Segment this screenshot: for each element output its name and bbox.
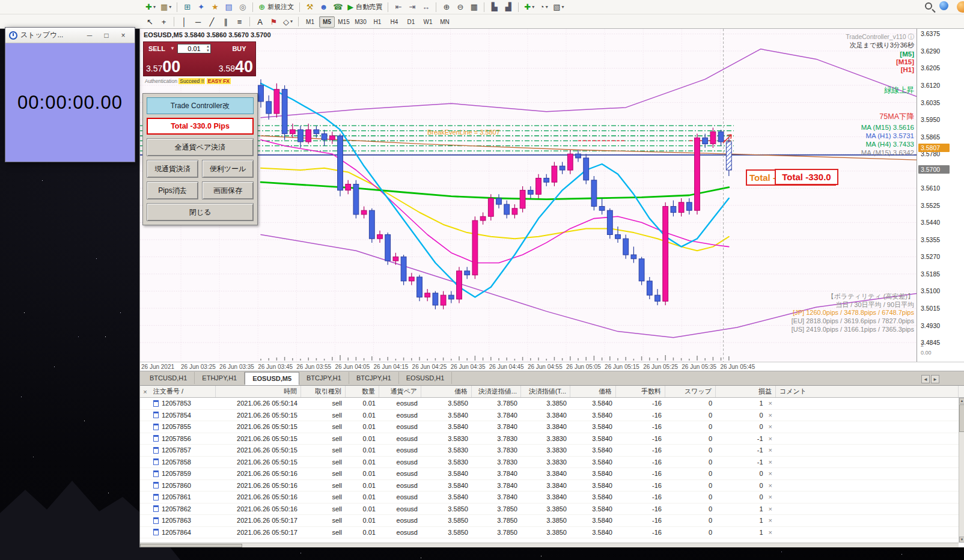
- zoom-out-icon[interactable]: ⊖: [454, 1, 466, 13]
- order-row[interactable]: 120578612021.06.26 05:50:16sell0.01eosus…: [140, 492, 959, 504]
- close-order-icon[interactable]: ×: [769, 412, 772, 419]
- scroll-down-icon[interactable]: ▼: [959, 537, 964, 543]
- order-row[interactable]: 120578552021.06.26 05:50:15sell0.01eosus…: [140, 421, 959, 433]
- arrange-desc-icon[interactable]: ▟: [502, 1, 514, 13]
- terminal-column-header[interactable]: 通貨ペア: [379, 386, 421, 397]
- time-axis[interactable]: 26 Jun 202126 Jun 03:2526 Jun 03:3526 Ju…: [140, 362, 964, 371]
- sell-price-main[interactable]: 3.57: [146, 64, 162, 75]
- timeframe-mn[interactable]: MN: [437, 16, 453, 28]
- tabs-scroll-right-icon[interactable]: ►: [931, 375, 939, 383]
- close-order-icon[interactable]: ×: [769, 482, 772, 489]
- minimize-button[interactable]: ─: [82, 29, 97, 41]
- chart-tab[interactable]: BTCJPY,H1: [299, 372, 349, 384]
- close-order-icon[interactable]: ×: [769, 435, 772, 442]
- periods-icon[interactable]: ◔▾: [537, 1, 550, 13]
- close-all-pairs-button[interactable]: 全通貨ペア決済: [147, 138, 254, 156]
- chart-tab[interactable]: BTCUSD,H1: [142, 372, 195, 384]
- chevron-down-icon[interactable]: ▾: [290, 19, 293, 24]
- horizontal-line-icon[interactable]: ─: [192, 16, 204, 28]
- cursor-icon[interactable]: ↖: [144, 16, 156, 28]
- order-row[interactable]: 120578562021.06.26 05:50:15sell0.01eosus…: [140, 433, 959, 445]
- order-row[interactable]: 120578622021.06.26 05:50:16sell0.01eosus…: [140, 504, 959, 516]
- indicators-icon[interactable]: ✚▾: [522, 1, 536, 13]
- favorites-icon[interactable]: ★: [209, 1, 221, 13]
- close-order-icon[interactable]: ×: [769, 517, 772, 524]
- chevron-down-icon[interactable]: ▼: [170, 46, 177, 51]
- close-order-icon[interactable]: ×: [769, 446, 772, 454]
- close-order-icon[interactable]: ×: [769, 493, 772, 501]
- search-icon[interactable]: [925, 2, 932, 10]
- utility-tools-button[interactable]: 便利ツール: [202, 160, 254, 178]
- terminal-column-header[interactable]: 時間: [216, 386, 301, 397]
- chevron-down-icon[interactable]: ▾: [546, 5, 548, 10]
- fibonacci-icon[interactable]: ≡: [233, 16, 246, 28]
- timeframe-m30[interactable]: M30: [353, 16, 368, 28]
- order-row[interactable]: 120578592021.06.26 05:50:16sell0.01eosus…: [140, 468, 959, 480]
- experts-icon[interactable]: ☻: [317, 1, 330, 13]
- price-axis[interactable]: 3.63753.62903.62053.61203.60353.59503.58…: [917, 29, 964, 362]
- close-current-pair-button[interactable]: 現通貨決済: [147, 160, 198, 178]
- chevron-down-icon[interactable]: ▾: [532, 5, 534, 10]
- scrollbar-thumb[interactable]: [959, 404, 964, 432]
- close-order-icon[interactable]: ×: [769, 505, 772, 513]
- market-watch-icon[interactable]: ⊞: [181, 1, 194, 13]
- hscrollbar-thumb[interactable]: [140, 544, 242, 547]
- profiles-icon[interactable]: ▦▾: [159, 1, 173, 13]
- chart-tab[interactable]: ETHJPY,H1: [195, 372, 245, 384]
- chevron-down-icon[interactable]: ▾: [169, 5, 171, 10]
- close-order-icon[interactable]: ×: [769, 529, 772, 536]
- chevron-down-icon[interactable]: ▾: [153, 5, 156, 10]
- terminal-column-header[interactable]: スワップ: [665, 386, 716, 397]
- chart-tab[interactable]: BTCJPY,H1: [349, 372, 399, 384]
- close-button[interactable]: ×: [115, 29, 131, 41]
- chart-shift-icon[interactable]: ⇤: [392, 1, 404, 13]
- trendline-icon[interactable]: ╱: [206, 16, 218, 28]
- alerts-icon[interactable]: ☎: [331, 1, 344, 13]
- maximize-button[interactable]: □: [99, 29, 114, 41]
- timeframe-m1[interactable]: M1: [302, 16, 318, 28]
- save-screen-button[interactable]: 画面保存: [202, 181, 254, 199]
- terminal-column-header[interactable]: 注文番号 /: [150, 386, 216, 397]
- navigator-icon[interactable]: ✦: [195, 1, 207, 13]
- help-sphere-icon[interactable]: [939, 1, 948, 10]
- scroll-up-icon[interactable]: ▲: [959, 398, 964, 404]
- order-row[interactable]: 120578602021.06.26 05:50:16sell0.01eosus…: [140, 480, 959, 492]
- arrange-asc-icon[interactable]: ▙: [488, 1, 501, 13]
- timeframe-h4[interactable]: H4: [386, 16, 402, 28]
- terminal-column-header[interactable]: 決済指値(T...: [521, 386, 570, 397]
- terminal-column-header[interactable]: 決済逆指値...: [472, 386, 521, 397]
- find-symbol-icon[interactable]: ◎: [236, 1, 249, 13]
- data-window-icon[interactable]: ▤: [222, 1, 235, 13]
- new-chart-icon[interactable]: ✚▾: [144, 1, 157, 13]
- terminal-vertical-scrollbar[interactable]: ▲ ▼: [959, 398, 964, 543]
- shapes-icon[interactable]: ◇▾: [281, 16, 294, 28]
- timeframe-m15[interactable]: M15: [336, 16, 352, 28]
- close-order-icon[interactable]: ×: [769, 470, 772, 477]
- chart-autoscroll-icon[interactable]: ⇥: [406, 1, 418, 13]
- terminal-column-header[interactable]: 手数料: [616, 386, 665, 397]
- chart-offset-icon[interactable]: ↔: [419, 1, 432, 13]
- terminal-column-header[interactable]: 価格: [570, 386, 616, 397]
- stopwatch-titlebar[interactable]: ストップウ... ─ □ ×: [5, 28, 135, 43]
- terminal-close-icon[interactable]: ×: [141, 388, 149, 395]
- terminal-column-header[interactable]: 取引種別: [301, 386, 346, 397]
- chart-tab[interactable]: EOSUSD,M5: [245, 372, 299, 385]
- buy-price-big[interactable]: 40: [235, 59, 253, 75]
- close-order-icon[interactable]: ×: [769, 423, 772, 430]
- tabs-scroll-left-icon[interactable]: ◄: [921, 375, 930, 383]
- close-order-icon[interactable]: ×: [769, 400, 772, 407]
- sell-price-big[interactable]: 00: [162, 59, 180, 75]
- sell-button[interactable]: SELL: [144, 45, 170, 52]
- lot-size-input[interactable]: 0.01▲▼: [177, 44, 211, 53]
- zoom-in-icon[interactable]: ⊕: [440, 1, 453, 13]
- terminal-column-header[interactable]: コメント: [776, 386, 959, 397]
- terminal-column-header[interactable]: 損益: [716, 386, 776, 397]
- close-order-icon[interactable]: ×: [769, 458, 772, 466]
- timeframe-w1[interactable]: W1: [420, 16, 436, 28]
- tile-windows-icon[interactable]: ▦: [468, 1, 480, 13]
- terminal-horizontal-scrollbar[interactable]: [140, 543, 959, 547]
- close-panel-button[interactable]: 閉じる: [147, 203, 254, 221]
- order-row[interactable]: 120578542021.06.26 05:50:15sell0.01eosus…: [140, 410, 959, 422]
- timeframe-d1[interactable]: D1: [403, 16, 419, 28]
- terminal-column-header[interactable]: 価格: [421, 386, 472, 397]
